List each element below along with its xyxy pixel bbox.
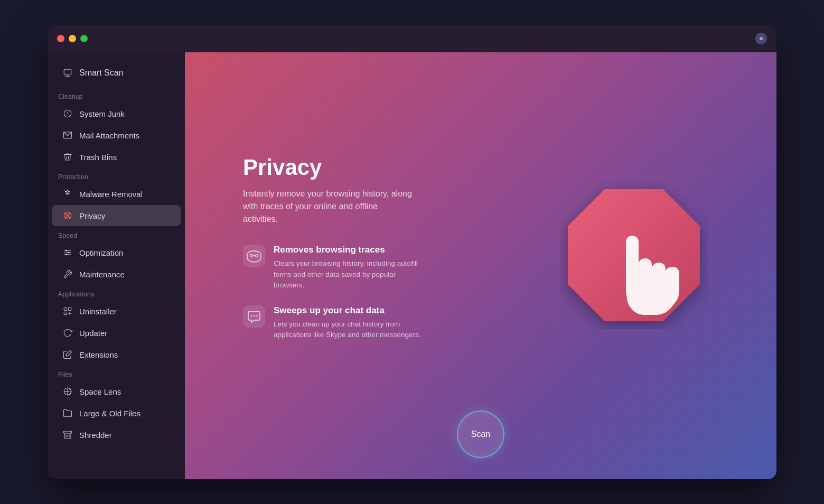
malware-icon: [62, 189, 73, 199]
large-old-files-label: Large & Old Files: [79, 409, 141, 418]
content-left: Privacy Instantly remove your browsing h…: [243, 155, 549, 355]
svg-rect-13: [64, 307, 67, 310]
sidebar-item-smart-scan[interactable]: Smart Scan: [52, 62, 181, 83]
minimize-button[interactable]: [69, 35, 76, 42]
svg-point-30: [256, 315, 258, 317]
svg-rect-19: [64, 431, 72, 433]
sidebar-item-large-old-files[interactable]: Large & Old Files: [52, 403, 181, 424]
section-label-speed: Speed: [48, 227, 185, 241]
sidebar-item-shredder[interactable]: Shredder: [52, 424, 181, 445]
privacy-octagon: [560, 181, 708, 329]
space-lens-label: Space Lens: [79, 387, 121, 396]
updater-icon: [62, 328, 73, 338]
uninstaller-label: Uninstaller: [79, 307, 117, 316]
main-content: Privacy Instantly remove your browsing h…: [185, 52, 776, 479]
feature-desc-chat: Lets you clean up your chat history from…: [274, 319, 422, 341]
sidebar-item-privacy[interactable]: Privacy: [52, 205, 181, 226]
feature-desc-browsing: Clears your browsing history, including …: [274, 258, 422, 291]
section-label-applications: Applications: [48, 285, 185, 300]
privacy-label: Privacy: [79, 211, 105, 220]
svg-point-10: [65, 250, 67, 251]
svg-point-5: [67, 193, 68, 194]
sidebar-item-space-lens[interactable]: Space Lens: [52, 381, 181, 402]
mail-icon: [62, 130, 73, 141]
svg-point-11: [68, 252, 70, 254]
feature-text-browsing: Removes browsing traces Clears your brow…: [274, 245, 422, 291]
optimization-icon: [62, 247, 73, 258]
smart-scan-icon: [62, 68, 73, 78]
space-lens-icon: [62, 386, 73, 397]
svg-rect-14: [69, 307, 71, 310]
trash-icon: [62, 152, 73, 162]
svg-rect-0: [64, 69, 71, 75]
content-area: Privacy Instantly remove your browsing h…: [243, 155, 718, 355]
title-bar-right: [755, 33, 767, 44]
maintenance-label: Maintenance: [79, 270, 125, 279]
section-label-files: Files: [48, 366, 185, 380]
scan-button-container: Scan: [457, 410, 504, 458]
system-junk-icon: [62, 108, 73, 119]
feature-title-browsing: Removes browsing traces: [274, 245, 422, 255]
updater-label: Updater: [79, 329, 107, 338]
privacy-icon-container: [549, 171, 718, 340]
feature-text-chat: Sweeps up your chat data Lets you clean …: [274, 305, 422, 341]
feature-item-browsing: Removes browsing traces Clears your brow…: [243, 245, 528, 291]
svg-rect-15: [64, 312, 67, 315]
sidebar-item-optimization[interactable]: Optimization: [52, 242, 181, 263]
sidebar-item-updater[interactable]: Updater: [52, 322, 181, 343]
chat-icon: [243, 305, 265, 328]
extensions-label: Extensions: [79, 350, 118, 359]
sidebar-item-mail-attachments[interactable]: Mail Attachments: [52, 125, 181, 146]
trash-bins-label: Trash Bins: [79, 153, 117, 162]
svg-point-28: [251, 315, 252, 317]
svg-point-12: [65, 254, 67, 255]
mail-attachments-label: Mail Attachments: [79, 131, 139, 140]
maintenance-icon: [62, 269, 73, 279]
extensions-icon: [62, 349, 73, 360]
mask-icon: [243, 245, 265, 267]
sidebar-item-maintenance[interactable]: Maintenance: [52, 264, 181, 285]
maximize-button[interactable]: [80, 35, 88, 42]
uninstaller-icon: [62, 306, 73, 316]
title-bar: [48, 25, 776, 52]
svg-point-6: [64, 212, 71, 219]
app-body: Smart Scan Cleanup System Junk: [48, 52, 776, 479]
system-junk-label: System Junk: [79, 109, 125, 118]
section-label-cleanup: Cleanup: [48, 88, 185, 102]
svg-marker-16: [66, 351, 72, 357]
feature-item-chat: Sweeps up your chat data Lets you clean …: [243, 305, 528, 341]
sidebar: Smart Scan Cleanup System Junk: [48, 52, 185, 479]
smart-scan-label: Smart Scan: [79, 68, 124, 78]
close-button[interactable]: [57, 35, 64, 42]
settings-button[interactable]: [755, 33, 767, 44]
app-window: Smart Scan Cleanup System Junk: [48, 25, 776, 479]
sidebar-item-trash-bins[interactable]: Trash Bins: [52, 146, 181, 167]
shredder-icon: [62, 430, 73, 440]
optimization-label: Optimization: [79, 248, 123, 257]
sidebar-item-malware-removal[interactable]: Malware Removal: [52, 183, 181, 204]
large-files-icon: [62, 408, 73, 418]
shredder-label: Shredder: [79, 431, 112, 440]
scan-button[interactable]: Scan: [457, 410, 504, 458]
traffic-lights: [57, 35, 88, 42]
page-subtitle: Instantly remove your browsing history, …: [243, 188, 412, 226]
sidebar-item-system-junk[interactable]: System Junk: [52, 103, 181, 124]
sidebar-item-extensions[interactable]: Extensions: [52, 344, 181, 365]
section-label-protection: Protection: [48, 168, 185, 183]
svg-point-29: [254, 315, 255, 317]
malware-removal-label: Malware Removal: [79, 190, 143, 199]
sidebar-item-uninstaller[interactable]: Uninstaller: [52, 301, 181, 322]
page-title: Privacy: [243, 155, 528, 180]
privacy-icon: [62, 210, 73, 221]
feature-title-chat: Sweeps up your chat data: [274, 305, 422, 316]
